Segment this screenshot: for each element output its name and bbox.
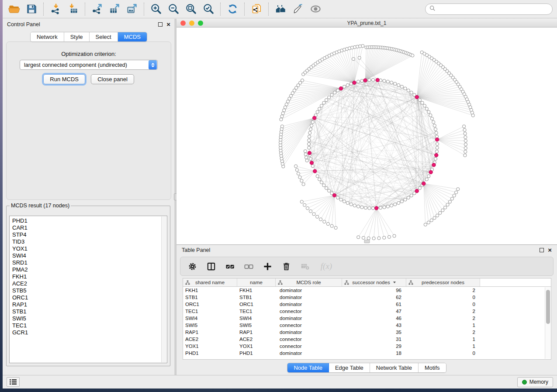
ring-node[interactable]: [407, 89, 410, 92]
ring-node[interactable]: [325, 186, 328, 189]
leaf-node[interactable]: [305, 159, 308, 162]
mcds-result-item[interactable]: TID3: [10, 238, 167, 245]
ring-node[interactable]: [309, 157, 312, 160]
leaf-node[interactable]: [334, 226, 337, 229]
ring-node[interactable]: [371, 78, 374, 81]
leaf-node[interactable]: [453, 194, 456, 197]
import-table-button[interactable]: [64, 1, 82, 17]
ring-node[interactable]: [383, 79, 386, 83]
zoom-in-button[interactable]: [147, 1, 165, 17]
column-header-successor-nodes[interactable]: successor nodes: [342, 279, 406, 286]
mcds-result-item[interactable]: SRD1: [10, 259, 167, 266]
ring-node[interactable]: [435, 150, 438, 153]
ring-node[interactable]: [318, 178, 321, 181]
leaf-node[interactable]: [281, 112, 284, 115]
mcds-hub-node[interactable]: [374, 206, 378, 210]
mcds-result-item[interactable]: STB1: [10, 308, 167, 315]
leaf-node[interactable]: [433, 217, 436, 220]
ring-node[interactable]: [383, 206, 386, 209]
mcds-hub-node[interactable]: [435, 153, 438, 157]
leaf-node[interactable]: [303, 203, 306, 206]
ring-node[interactable]: [371, 206, 374, 210]
ring-node[interactable]: [308, 146, 311, 149]
table-row[interactable]: ORC1ORC1dominator610: [183, 301, 551, 308]
leaf-node[interactable]: [463, 125, 466, 128]
table-row[interactable]: FKH1FKH1dominator962: [183, 287, 551, 294]
zoom-selected-button[interactable]: [200, 1, 217, 17]
memory-button[interactable]: Memory: [517, 377, 553, 387]
zoom-out-button[interactable]: [165, 1, 182, 17]
ring-node[interactable]: [336, 196, 339, 199]
mcds-hub-node[interactable]: [422, 182, 426, 185]
ring-node[interactable]: [322, 184, 325, 187]
tab-motifs[interactable]: Motifs: [419, 363, 446, 372]
mcds-result-item[interactable]: STP4: [10, 231, 167, 238]
mcds-hub-node[interactable]: [432, 163, 436, 167]
leaf-node[interactable]: [323, 220, 326, 223]
leaf-node[interactable]: [357, 236, 360, 239]
mcds-hub-node[interactable]: [313, 169, 317, 173]
column-header-predecessor-nodes[interactable]: predecessor nodes: [406, 279, 480, 286]
ring-node[interactable]: [397, 83, 400, 86]
table-row[interactable]: YOX1YOX1connector291: [183, 343, 551, 350]
ring-node[interactable]: [436, 142, 439, 145]
mcds-hub-node[interactable]: [332, 193, 336, 197]
ring-node[interactable]: [307, 142, 310, 145]
ring-node[interactable]: [318, 107, 321, 110]
ring-node[interactable]: [390, 81, 393, 84]
table-row[interactable]: TEC1TEC1connector472: [183, 308, 551, 315]
leaf-node[interactable]: [297, 172, 300, 175]
export-network-button[interactable]: [88, 1, 106, 17]
ring-node[interactable]: [308, 131, 311, 134]
open-file-button[interactable]: [5, 1, 23, 17]
hide-annotations-button[interactable]: [289, 1, 307, 17]
ring-node[interactable]: [308, 139, 311, 142]
mcds-result-item[interactable]: ORC1: [10, 294, 167, 301]
ring-node[interactable]: [410, 194, 413, 197]
leaf-node[interactable]: [464, 143, 467, 146]
leaf-node[interactable]: [302, 182, 305, 186]
mcds-hub-node[interactable]: [308, 151, 311, 155]
control-panel-float-icon[interactable]: [158, 22, 163, 27]
ring-node[interactable]: [311, 165, 314, 168]
ring-node[interactable]: [349, 82, 353, 85]
mcds-list-scrollbar[interactable]: [161, 217, 166, 362]
leaf-node[interactable]: [306, 206, 309, 210]
ring-node[interactable]: [390, 204, 393, 207]
mcds-hub-node[interactable]: [339, 86, 343, 90]
ring-node[interactable]: [346, 83, 349, 86]
ring-node[interactable]: [386, 80, 389, 83]
ring-node[interactable]: [316, 175, 319, 178]
ring-node[interactable]: [325, 99, 328, 102]
ring-node[interactable]: [423, 104, 426, 107]
ring-node[interactable]: [427, 175, 430, 178]
network-canvas[interactable]: [176, 28, 557, 244]
select-neighbors-button[interactable]: [272, 1, 289, 17]
clone-network-button[interactable]: [248, 1, 265, 17]
ring-node[interactable]: [360, 79, 363, 83]
add-column-button[interactable]: [262, 261, 273, 272]
leaf-node[interactable]: [358, 56, 361, 59]
ring-node[interactable]: [356, 205, 360, 208]
ring-node[interactable]: [425, 178, 428, 181]
column-header-shared-name[interactable]: shared name: [183, 279, 237, 286]
search-box[interactable]: [425, 3, 553, 15]
ring-node[interactable]: [368, 79, 371, 82]
mcds-result-item[interactable]: YOX1: [10, 245, 167, 252]
ring-node[interactable]: [407, 196, 410, 199]
mcds-hub-node[interactable]: [376, 78, 379, 82]
save-session-button[interactable]: [23, 1, 40, 17]
mcds-result-item[interactable]: PHD1: [10, 217, 167, 224]
leaf-node[interactable]: [387, 235, 391, 238]
leaf-node[interactable]: [471, 114, 474, 117]
ring-node[interactable]: [330, 93, 333, 96]
search-input[interactable]: [438, 5, 552, 14]
table-scrollbar-thumb[interactable]: [546, 290, 550, 324]
ring-node[interactable]: [320, 104, 323, 107]
leaf-node[interactable]: [436, 214, 439, 217]
refresh-layout-button[interactable]: [224, 1, 241, 17]
column-layout-button[interactable]: [205, 261, 217, 272]
horizontal-splitter-grip[interactable]: [364, 240, 370, 243]
leaf-node[interactable]: [330, 224, 333, 227]
leaf-node[interactable]: [280, 115, 284, 118]
